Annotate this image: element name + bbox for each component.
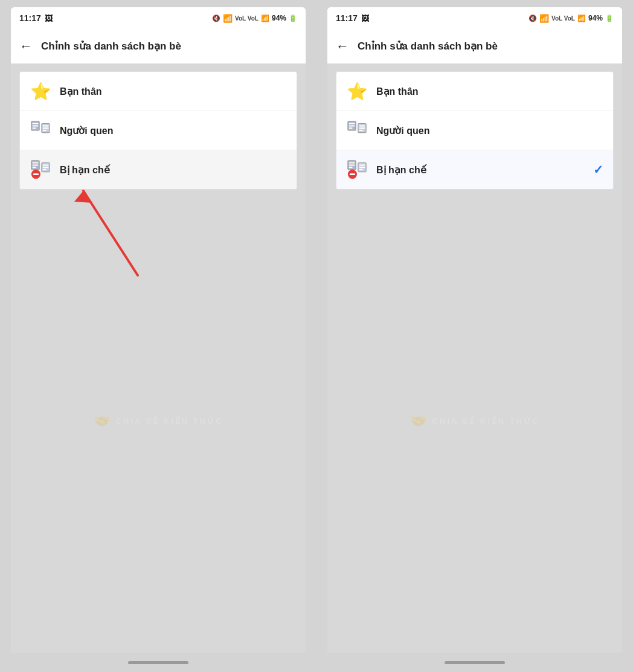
- left-home-indicator: [11, 653, 306, 672]
- right-status-left: 11:17 🖼: [336, 13, 369, 23]
- left-screen: 11:17 🖼 🔇 📶 VoL VoL 📶 94% 🔋 ← Chỉnh sửa …: [11, 7, 306, 653]
- right-star-icon: ⭐: [346, 80, 368, 102]
- svg-rect-25: [359, 126, 365, 127]
- right-restricted-icon: [346, 159, 368, 181]
- svg-rect-33: [359, 165, 365, 166]
- svg-rect-2: [33, 126, 38, 127]
- right-top-bar: ← Chỉnh sửa danh sách bạn bè: [327, 29, 622, 64]
- right-page-title: Chỉnh sửa danh sách bạn bè: [358, 40, 498, 53]
- left-status-left: 11:17 🖼: [19, 13, 53, 23]
- right-screen: 11:17 🖼 🔇 📶 VoL VoL 📶 94% 🔋 ← Chỉnh sửa …: [327, 7, 622, 653]
- right-ban-than-label: Bạn thân: [376, 86, 603, 97]
- left-time: 11:17: [19, 13, 41, 23]
- left-item-ban-than[interactable]: ⭐ Bạn thân: [20, 72, 297, 111]
- svg-rect-34: [359, 167, 365, 168]
- left-contact-icon: [30, 120, 51, 141]
- left-phone-panel: 11:17 🖼 🔇 📶 VoL VoL 📶 94% 🔋 ← Chỉnh sửa …: [0, 0, 316, 672]
- svg-rect-15: [43, 169, 47, 170]
- right-item-nguoi-quen[interactable]: Người quen: [336, 111, 613, 150]
- left-item-bi-han-che[interactable]: Bị hạn chế: [20, 150, 297, 189]
- right-contact-icon: [346, 120, 368, 141]
- right-watermark: 🤝 CHIA SẺ KIẾN THỨC: [410, 414, 540, 429]
- svg-rect-31: [349, 167, 353, 168]
- svg-rect-27: [359, 130, 363, 131]
- right-mute-icon: 🔇: [529, 14, 537, 22]
- left-signal-bars: 📶: [261, 14, 269, 22]
- right-battery-icon: 🔋: [605, 14, 614, 22]
- right-item-bi-han-che[interactable]: Bị hạn chế ✓: [336, 150, 613, 189]
- svg-rect-26: [359, 127, 365, 129]
- svg-rect-5: [43, 126, 48, 127]
- left-home-bar: [128, 661, 188, 664]
- right-content-area: ⭐ Bạn thân: [327, 64, 622, 653]
- right-nguoi-quen-label: Người quen: [376, 125, 603, 136]
- left-status-right: 🔇 📶 VoL VoL 📶 94% 🔋: [212, 14, 297, 23]
- svg-rect-11: [33, 167, 36, 168]
- left-wifi-icon: 📶: [223, 14, 233, 23]
- right-phone-panel: 11:17 🖼 🔇 📶 VoL VoL 📶 94% 🔋 ← Chỉnh sửa …: [316, 0, 633, 672]
- svg-rect-1: [33, 123, 38, 124]
- right-wifi-icon: 📶: [539, 14, 549, 23]
- left-mute-icon: 🔇: [212, 14, 220, 22]
- right-battery: 94%: [588, 14, 603, 22]
- right-network-info: VoL VoL: [551, 15, 575, 22]
- right-time: 11:17: [336, 13, 358, 23]
- svg-rect-13: [43, 165, 48, 166]
- svg-rect-35: [359, 169, 363, 170]
- left-network-info: VoL VoL: [235, 15, 259, 22]
- left-nguoi-quen-label: Người quen: [60, 125, 287, 136]
- right-signal-bars: 📶: [577, 14, 586, 22]
- svg-rect-17: [33, 173, 39, 175]
- svg-rect-30: [349, 165, 355, 166]
- left-content-area: ⭐ Bạn thân: [11, 64, 306, 653]
- left-item-nguoi-quen[interactable]: Người quen: [20, 111, 297, 150]
- left-ban-than-label: Bạn thân: [60, 86, 287, 97]
- right-status-bar: 11:17 🖼 🔇 📶 VoL VoL 📶 94% 🔋: [327, 7, 622, 29]
- svg-rect-22: [349, 126, 355, 127]
- right-check-icon: ✓: [593, 162, 603, 177]
- left-restricted-icon: [30, 159, 51, 181]
- right-item-ban-than[interactable]: ⭐ Bạn thân: [336, 72, 613, 111]
- right-back-button[interactable]: ←: [336, 39, 349, 54]
- svg-rect-7: [43, 130, 47, 131]
- right-image-icon: 🖼: [361, 14, 369, 23]
- left-star-icon: ⭐: [30, 80, 51, 102]
- left-list-card: ⭐ Bạn thân: [19, 71, 297, 190]
- svg-marker-19: [74, 191, 92, 203]
- left-top-bar: ← Chỉnh sửa danh sách bạn bè: [11, 29, 306, 64]
- right-bi-han-che-label: Bị hạn chế: [376, 164, 585, 176]
- right-home-bar: [445, 661, 505, 664]
- svg-rect-6: [43, 127, 48, 129]
- svg-rect-21: [349, 123, 355, 124]
- left-bi-han-che-label: Bị hạn chế: [60, 164, 287, 176]
- svg-rect-10: [33, 165, 38, 166]
- left-page-title: Chỉnh sửa danh sách bạn bè: [41, 40, 181, 53]
- left-status-bar: 11:17 🖼 🔇 📶 VoL VoL 📶 94% 🔋: [11, 7, 306, 29]
- svg-rect-3: [33, 127, 36, 129]
- left-back-button[interactable]: ←: [19, 39, 33, 54]
- svg-rect-23: [349, 127, 353, 129]
- svg-rect-29: [349, 162, 355, 164]
- left-battery-icon: 🔋: [289, 14, 297, 22]
- right-home-indicator: [327, 653, 622, 672]
- svg-line-18: [83, 191, 138, 275]
- right-status-right: 🔇 📶 VoL VoL 📶 94% 🔋: [529, 14, 614, 23]
- svg-rect-14: [43, 167, 48, 168]
- left-image-icon: 🖼: [45, 14, 53, 23]
- right-list-card: ⭐ Bạn thân: [336, 71, 614, 190]
- svg-rect-37: [350, 173, 355, 175]
- left-battery: 94%: [272, 14, 286, 22]
- svg-rect-9: [33, 162, 38, 164]
- left-watermark: 🤝 CHIA SẺ KIẾN THỨC: [94, 414, 223, 429]
